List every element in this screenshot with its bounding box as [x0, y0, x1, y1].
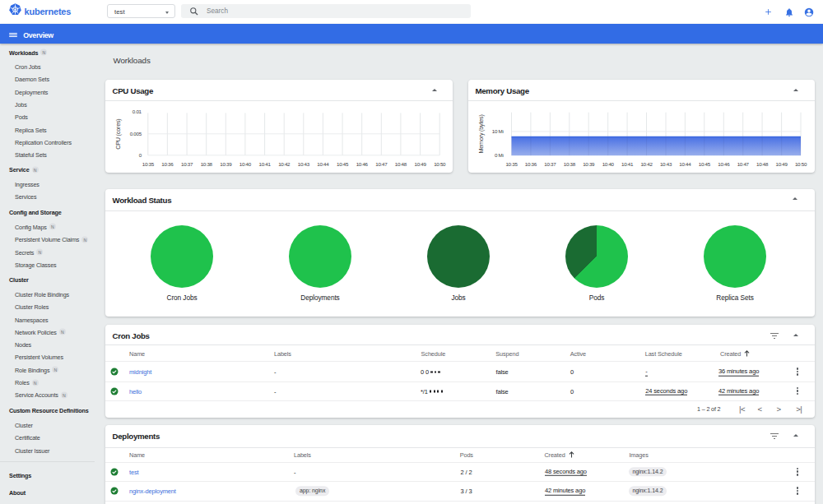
svg-text:10:50: 10:50	[434, 161, 446, 167]
svg-text:10:35: 10:35	[505, 161, 518, 167]
svg-text:10:49: 10:49	[776, 161, 788, 167]
svg-text:10:42: 10:42	[640, 161, 653, 167]
svg-text:10:44: 10:44	[317, 161, 329, 167]
svg-text:Memory (bytes): Memory (bytes)	[477, 114, 485, 153]
svg-text:10:43: 10:43	[660, 161, 672, 167]
svg-text:10:36: 10:36	[525, 161, 537, 167]
svg-text:10:42: 10:42	[278, 161, 291, 167]
svg-text:10:40: 10:40	[602, 161, 615, 167]
svg-text:0 Mi: 0 Mi	[495, 152, 504, 158]
svg-text:CPU (cores): CPU (cores)	[114, 118, 122, 149]
svg-text:10:45: 10:45	[337, 161, 349, 167]
svg-text:10:49: 10:49	[415, 161, 427, 167]
svg-text:10:46: 10:46	[718, 161, 730, 167]
svg-text:10:39: 10:39	[220, 161, 232, 167]
svg-text:10:38: 10:38	[201, 161, 213, 167]
svg-text:10:40: 10:40	[239, 161, 252, 167]
svg-text:0: 0	[139, 152, 142, 158]
svg-text:10:36: 10:36	[161, 161, 174, 167]
svg-text:10 Mi: 10 Mi	[492, 128, 504, 134]
svg-text:10:37: 10:37	[544, 161, 556, 167]
svg-text:10:37: 10:37	[181, 161, 193, 167]
svg-text:10:48: 10:48	[395, 161, 407, 167]
svg-text:10:50: 10:50	[795, 161, 807, 167]
svg-text:0.01: 0.01	[133, 109, 142, 114]
svg-text:10:43: 10:43	[298, 161, 310, 167]
svg-text:10:48: 10:48	[756, 161, 769, 167]
svg-text:10:47: 10:47	[375, 161, 388, 167]
svg-text:10:41: 10:41	[621, 161, 634, 167]
svg-text:10:38: 10:38	[564, 161, 576, 167]
svg-text:10:46: 10:46	[356, 161, 369, 167]
svg-text:10:47: 10:47	[737, 161, 750, 167]
svg-text:10:35: 10:35	[142, 161, 155, 167]
svg-text:10:45: 10:45	[699, 161, 711, 167]
svg-text:0.005: 0.005	[130, 131, 142, 136]
svg-text:10:41: 10:41	[259, 161, 272, 167]
svg-text:10:39: 10:39	[583, 161, 595, 167]
svg-text:10:44: 10:44	[679, 161, 691, 167]
